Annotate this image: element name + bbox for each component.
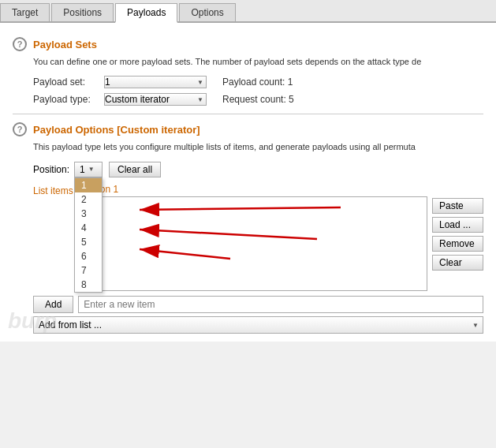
payload-type-select[interactable]: Custom iterator — [104, 93, 207, 106]
add-from-list-select[interactable]: Add from list ... — [33, 316, 483, 334]
dropdown-arrow-icon: ▼ — [88, 166, 95, 173]
tab-positions[interactable]: Positions — [51, 3, 114, 21]
main-content: ? Payload Sets You can define one or mor… — [0, 23, 496, 342]
request-count-info: Request count: 5 — [222, 94, 294, 105]
help-icon-payload-options[interactable]: ? — [13, 122, 27, 136]
dropdown-item-2[interactable]: 2 — [75, 192, 102, 207]
load-button[interactable]: Load ... — [432, 217, 483, 233]
position-select-btn[interactable]: 1 ▼ — [74, 162, 103, 177]
dropdown-item-4[interactable]: 4 — [75, 221, 102, 235]
payload-type-label: Payload type: — [33, 94, 104, 105]
payload-set-select[interactable]: 1 — [104, 76, 207, 88]
dropdown-item-5[interactable]: 5 — [75, 235, 102, 249]
dropdown-item-8[interactable]: 8 — [75, 278, 102, 292]
help-icon-payload-sets[interactable]: ? — [13, 37, 27, 51]
add-item-input[interactable] — [78, 296, 483, 313]
dropdown-item-3[interactable]: 3 — [75, 207, 102, 221]
payload-set-row: Payload set: 1 Payload count: 1 — [33, 76, 483, 88]
dropdown-item-6[interactable]: 6 — [75, 249, 102, 263]
list-items-label: List items — [33, 184, 73, 196]
position-label: Position: — [33, 164, 69, 175]
add-from-list-select-wrapper: Add from list ... — [33, 316, 483, 334]
position-value: 1 — [80, 164, 85, 175]
payload-options-desc: This payload type lets you configure mul… — [33, 141, 483, 153]
payload-type-select-wrapper: Custom iterator — [104, 93, 207, 106]
tab-bar: Target Positions Payloads Options — [0, 0, 496, 23]
position-dropdown-menu: 1 2 3 4 5 6 7 8 — [74, 177, 103, 293]
payload-set-select-wrapper: 1 — [104, 76, 207, 88]
list-content-area: position 1 — [78, 184, 427, 291]
tab-target[interactable]: Target — [0, 3, 50, 21]
burp-logo: burp — [8, 308, 57, 334]
payload-sets-desc: You can define one or more payload sets.… — [33, 56, 483, 68]
dropdown-item-7[interactable]: 7 — [75, 263, 102, 278]
payload-options-title: Payload Options [Custom iterator] — [33, 124, 200, 136]
payload-set-label: Payload set: — [33, 77, 104, 88]
list-box[interactable] — [78, 196, 427, 291]
add-row: Add — [33, 296, 483, 313]
payload-sets-title: Payload Sets — [33, 39, 97, 50]
position-row: Position: 1 ▼ 1 2 3 4 5 6 7 8 Clear — [33, 162, 483, 177]
payload-sets-header: ? Payload Sets — [13, 37, 483, 51]
clear-button[interactable]: Clear — [432, 255, 483, 271]
list-position-title: position 1 — [78, 184, 427, 195]
payload-type-row: Payload type: Custom iterator Request co… — [33, 93, 483, 106]
position-select-wrapper[interactable]: 1 ▼ 1 2 3 4 5 6 7 8 — [74, 162, 103, 177]
dropdown-item-1[interactable]: 1 — [75, 178, 102, 192]
tab-payloads[interactable]: Payloads — [115, 3, 177, 23]
section-divider — [13, 114, 483, 114]
side-buttons-panel: Paste Load ... Remove Clear — [432, 184, 483, 291]
paste-button[interactable]: Paste — [432, 198, 483, 214]
add-from-list-row: Add from list ... — [33, 316, 483, 334]
payload-options-header: ? Payload Options [Custom iterator] — [13, 122, 483, 136]
tab-options[interactable]: Options — [179, 3, 235, 21]
payload-count-info: Payload count: 1 — [222, 77, 293, 88]
remove-button[interactable]: Remove — [432, 236, 483, 252]
clear-all-button[interactable]: Clear all — [109, 162, 161, 177]
